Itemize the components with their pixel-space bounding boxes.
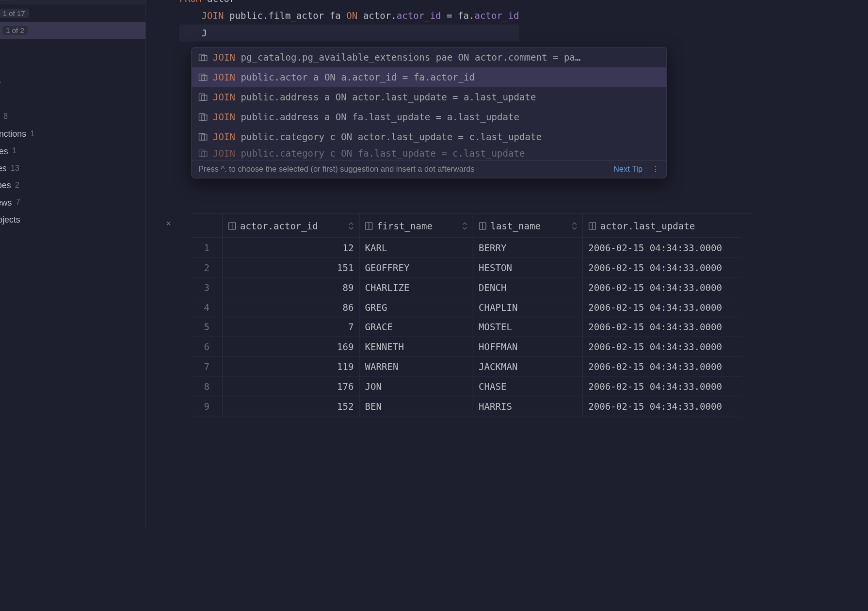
tree-node-mysql[interactable]: MySQL 3 of 5 (0, 279, 145, 296)
table-row[interactable]: 7119WARRENJACKMAN2006-02-15 04:34:33.000… (191, 357, 741, 377)
cell-first-name[interactable]: WARREN (360, 357, 473, 376)
table-row[interactable]: 389CHARLIZEDENCH2006-02-15 04:34:33.0000 (191, 277, 741, 297)
cell-last-update[interactable]: 2006-02-15 04:34:33.0000 (583, 277, 741, 297)
tree-node-object-types[interactable]: object types 2 (0, 177, 145, 193)
cell-actor-id[interactable]: 119 (223, 357, 360, 376)
tree-node-other[interactable]: Other (0, 245, 145, 262)
completion-item[interactable]: JOIN public.category c ON actor.last_upd… (192, 127, 666, 147)
column-header-last-name[interactable]: last_name (473, 214, 583, 238)
tree-node-sequences[interactable]: sequences 13 (0, 159, 145, 176)
column-icon (588, 222, 596, 229)
cell-last-name[interactable]: MOSTEL (473, 317, 583, 337)
cell-actor-id[interactable]: 12 (223, 238, 360, 257)
cell-last-name[interactable]: CHASE (473, 377, 583, 396)
cell-last-update[interactable]: 2006-02-15 04:34:33.0000 (583, 377, 741, 396)
cell-actor-id[interactable]: 7 (223, 317, 360, 337)
cell-last-update[interactable]: 2006-02-15 04:34:33.0000 (583, 238, 741, 257)
table-row[interactable]: 9152BENHARRIS2006-02-15 04:34:33.0000 (191, 397, 741, 417)
tree-node-public[interactable]: public (0, 56, 145, 73)
cell-last-name[interactable]: BERRY (473, 238, 583, 257)
table-row[interactable]: 2151GEOFFREYHESTON2006-02-15 04:34:33.00… (191, 258, 741, 278)
cell-actor-id[interactable]: 151 (223, 258, 360, 277)
column-icon (228, 222, 236, 229)
cell-actor-id[interactable]: 176 (223, 377, 360, 396)
table-row[interactable]: 112KARLBERRY2006-02-15 04:34:33.0000 (191, 238, 741, 258)
results-table[interactable]: actor.actor_id first_name last_name (191, 214, 741, 417)
tree-node-trigger-functions[interactable]: trigger functions 1 (0, 125, 145, 142)
tree-node-tables[interactable]: tables 26 (0, 73, 145, 90)
cell-actor-id[interactable]: 169 (223, 337, 360, 356)
row-number: 5 (191, 317, 223, 337)
sql-editor[interactable]: SELECT DISTINCT * FROM actor JOIN public… (146, 0, 752, 213)
cell-first-name[interactable]: KARL (360, 238, 473, 257)
cell-first-name[interactable]: KENNETH (360, 337, 473, 356)
tree-node-oracle[interactable]: Oracle Docker 1 of 17 (0, 4, 145, 21)
tree-node-server-objects[interactable]: Server Objects (0, 228, 145, 245)
cell-first-name[interactable]: JON (360, 377, 473, 396)
sort-icon[interactable] (572, 222, 577, 229)
join-icon (198, 93, 208, 102)
cell-actor-id[interactable]: 152 (223, 397, 360, 416)
completion-item[interactable]: JOIN pg_catalog.pg_available_extensions … (192, 48, 666, 67)
completion-item[interactable]: JOIN public.actor a ON a.actor_id = fa.a… (192, 67, 666, 87)
cell-last-update[interactable]: 2006-02-15 04:34:33.0000 (583, 337, 741, 356)
cell-last-update[interactable]: 2006-02-15 04:34:33.0000 (583, 397, 741, 416)
cell-last-name[interactable]: CHAPLIN (473, 297, 583, 317)
close-results-icon[interactable]: × (166, 219, 171, 228)
tree-node-mongodb[interactable]: MongoDB ... (0, 262, 145, 279)
tree-node-aggregates[interactable]: aggregates 1 (0, 142, 145, 159)
row-number: 9 (191, 397, 223, 416)
cell-last-update[interactable]: 2006-02-15 04:34:33.0000 (583, 297, 741, 317)
table-row[interactable]: 6169KENNETHHOFFMAN2006-02-15 04:34:33.00… (191, 337, 741, 357)
tree-node-virtual-views[interactable]: virtual views 7 (0, 193, 145, 210)
cell-first-name[interactable]: CHARLIZE (360, 277, 473, 297)
cell-first-name[interactable]: GEOFFREY (360, 258, 473, 277)
completion-popup[interactable]: JOIN pg_catalog.pg_available_extensions … (191, 47, 667, 178)
row-number: 8 (191, 377, 223, 396)
column-header-first-name[interactable]: first_name (360, 214, 473, 238)
sort-icon[interactable] (462, 222, 467, 229)
tree-node-mssql[interactable]: MS SQL Server 1 of 5 (0, 0, 145, 4)
cell-last-update[interactable]: 2006-02-15 04:34:33.0000 (583, 258, 741, 277)
row-number: 6 (191, 337, 223, 356)
tree-node-guest[interactable]: guest 1 of 3 (0, 39, 145, 56)
join-icon (198, 53, 208, 62)
cell-last-update[interactable]: 2006-02-15 04:34:33.0000 (583, 317, 741, 337)
join-icon (198, 73, 208, 82)
cell-last-name[interactable]: HARRIS (473, 397, 583, 416)
column-header-last-update[interactable]: actor.last_update (583, 214, 741, 238)
completion-item[interactable]: JOIN public.category c ON fa.last_update… (192, 147, 666, 160)
cell-first-name[interactable]: GREG (360, 297, 473, 317)
cell-last-name[interactable]: HESTON (473, 258, 583, 277)
tree-node-postgres[interactable]: Postgres in Docker 1 of 2 (0, 22, 145, 39)
column-header-actor-id[interactable]: actor.actor_id (223, 214, 360, 238)
cell-first-name[interactable]: GRACE (360, 317, 473, 337)
database-tree[interactable]: My databases MS SQL Server 1 of 5 Oracle… (0, 0, 145, 317)
cell-last-name[interactable]: HOFFMAN (473, 337, 583, 356)
sort-icon[interactable] (349, 222, 354, 229)
cell-actor-id[interactable]: 86 (223, 297, 360, 317)
next-tip-link[interactable]: Next Tip (613, 164, 643, 174)
table-row[interactable]: 57GRACEMOSTEL2006-02-15 04:34:33.0000 (191, 317, 741, 337)
cell-last-update[interactable]: 2006-02-15 04:34:33.0000 (583, 357, 741, 376)
tree-node-views[interactable]: views 4 (0, 91, 145, 108)
table-row[interactable]: 8176JONCHASE2006-02-15 04:34:33.0000 (191, 377, 741, 397)
row-number-header (191, 214, 223, 238)
database-explorer-sidebar: Database Explorer DDL My databases (0, 0, 146, 530)
cell-first-name[interactable]: BEN (360, 397, 473, 416)
cell-actor-id[interactable]: 89 (223, 277, 360, 297)
completion-item[interactable]: JOIN public.address a ON fa.last_update … (192, 107, 666, 127)
row-number: 3 (191, 277, 223, 297)
tree-node-database-objects[interactable]: Database Objects (0, 211, 145, 228)
row-number: 7 (191, 357, 223, 376)
completion-footer: Press ^. to choose the selected (or firs… (192, 160, 666, 178)
completion-item[interactable]: JOIN public.address a ON actor.last_upda… (192, 87, 666, 107)
tree-node-redis[interactable]: Redis 7 ... (0, 297, 145, 314)
table-row[interactable]: 486GREGCHAPLIN2006-02-15 04:34:33.0000 (191, 297, 741, 317)
more-icon[interactable]: ⋮ (652, 164, 659, 174)
tree-node-functions[interactable]: functions 8 (0, 108, 145, 125)
results-panel: actor.actor_id first_name last_name (191, 213, 752, 530)
join-icon (198, 149, 208, 158)
cell-last-name[interactable]: JACKMAN (473, 357, 583, 376)
cell-last-name[interactable]: DENCH (473, 277, 583, 297)
